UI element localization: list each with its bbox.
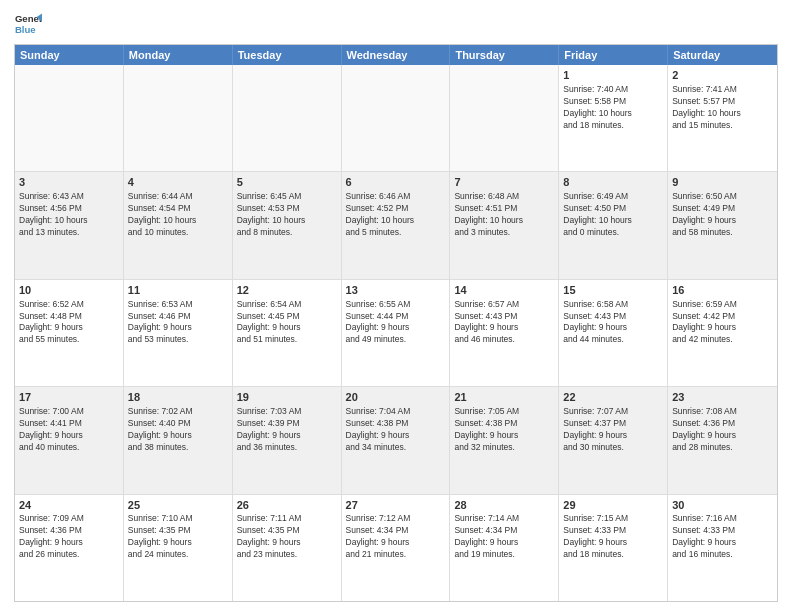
- day-number: 24: [19, 498, 119, 513]
- calendar-day-cell: 23Sunrise: 7:08 AM Sunset: 4:36 PM Dayli…: [668, 387, 777, 493]
- calendar-day-cell: 12Sunrise: 6:54 AM Sunset: 4:45 PM Dayli…: [233, 280, 342, 386]
- calendar-empty-cell: [342, 65, 451, 171]
- day-info: Sunrise: 6:54 AM Sunset: 4:45 PM Dayligh…: [237, 299, 337, 347]
- day-number: 2: [672, 68, 773, 83]
- day-info: Sunrise: 7:09 AM Sunset: 4:36 PM Dayligh…: [19, 513, 119, 561]
- day-info: Sunrise: 7:12 AM Sunset: 4:34 PM Dayligh…: [346, 513, 446, 561]
- calendar-empty-cell: [233, 65, 342, 171]
- day-info: Sunrise: 7:41 AM Sunset: 5:57 PM Dayligh…: [672, 84, 773, 132]
- day-number: 27: [346, 498, 446, 513]
- weekday-header: Tuesday: [233, 45, 342, 65]
- calendar-day-cell: 6Sunrise: 6:46 AM Sunset: 4:52 PM Daylig…: [342, 172, 451, 278]
- calendar-day-cell: 7Sunrise: 6:48 AM Sunset: 4:51 PM Daylig…: [450, 172, 559, 278]
- day-number: 5: [237, 175, 337, 190]
- calendar-day-cell: 1Sunrise: 7:40 AM Sunset: 5:58 PM Daylig…: [559, 65, 668, 171]
- day-info: Sunrise: 7:10 AM Sunset: 4:35 PM Dayligh…: [128, 513, 228, 561]
- weekday-header: Thursday: [450, 45, 559, 65]
- calendar-day-cell: 11Sunrise: 6:53 AM Sunset: 4:46 PM Dayli…: [124, 280, 233, 386]
- day-info: Sunrise: 7:16 AM Sunset: 4:33 PM Dayligh…: [672, 513, 773, 561]
- page: General Blue SundayMondayTuesdayWednesda…: [0, 0, 792, 612]
- day-info: Sunrise: 6:48 AM Sunset: 4:51 PM Dayligh…: [454, 191, 554, 239]
- svg-text:Blue: Blue: [15, 24, 36, 35]
- day-info: Sunrise: 6:43 AM Sunset: 4:56 PM Dayligh…: [19, 191, 119, 239]
- calendar-day-cell: 21Sunrise: 7:05 AM Sunset: 4:38 PM Dayli…: [450, 387, 559, 493]
- day-info: Sunrise: 6:45 AM Sunset: 4:53 PM Dayligh…: [237, 191, 337, 239]
- day-info: Sunrise: 6:52 AM Sunset: 4:48 PM Dayligh…: [19, 299, 119, 347]
- day-number: 3: [19, 175, 119, 190]
- day-info: Sunrise: 7:40 AM Sunset: 5:58 PM Dayligh…: [563, 84, 663, 132]
- calendar-day-cell: 2Sunrise: 7:41 AM Sunset: 5:57 PM Daylig…: [668, 65, 777, 171]
- day-number: 20: [346, 390, 446, 405]
- day-info: Sunrise: 7:02 AM Sunset: 4:40 PM Dayligh…: [128, 406, 228, 454]
- calendar-day-cell: 29Sunrise: 7:15 AM Sunset: 4:33 PM Dayli…: [559, 495, 668, 601]
- calendar-row: 3Sunrise: 6:43 AM Sunset: 4:56 PM Daylig…: [15, 171, 777, 278]
- day-number: 6: [346, 175, 446, 190]
- day-number: 4: [128, 175, 228, 190]
- calendar-row: 24Sunrise: 7:09 AM Sunset: 4:36 PM Dayli…: [15, 494, 777, 601]
- day-number: 11: [128, 283, 228, 298]
- calendar-empty-cell: [124, 65, 233, 171]
- day-info: Sunrise: 6:55 AM Sunset: 4:44 PM Dayligh…: [346, 299, 446, 347]
- weekday-header: Friday: [559, 45, 668, 65]
- calendar-day-cell: 19Sunrise: 7:03 AM Sunset: 4:39 PM Dayli…: [233, 387, 342, 493]
- day-info: Sunrise: 7:03 AM Sunset: 4:39 PM Dayligh…: [237, 406, 337, 454]
- weekday-header: Wednesday: [342, 45, 451, 65]
- day-number: 15: [563, 283, 663, 298]
- day-info: Sunrise: 6:59 AM Sunset: 4:42 PM Dayligh…: [672, 299, 773, 347]
- calendar-day-cell: 26Sunrise: 7:11 AM Sunset: 4:35 PM Dayli…: [233, 495, 342, 601]
- header: General Blue: [14, 10, 778, 38]
- calendar-day-cell: 8Sunrise: 6:49 AM Sunset: 4:50 PM Daylig…: [559, 172, 668, 278]
- day-number: 14: [454, 283, 554, 298]
- day-number: 22: [563, 390, 663, 405]
- day-info: Sunrise: 6:46 AM Sunset: 4:52 PM Dayligh…: [346, 191, 446, 239]
- calendar-day-cell: 28Sunrise: 7:14 AM Sunset: 4:34 PM Dayli…: [450, 495, 559, 601]
- logo-icon: General Blue: [14, 10, 42, 38]
- day-number: 28: [454, 498, 554, 513]
- day-info: Sunrise: 6:49 AM Sunset: 4:50 PM Dayligh…: [563, 191, 663, 239]
- day-number: 21: [454, 390, 554, 405]
- day-info: Sunrise: 7:07 AM Sunset: 4:37 PM Dayligh…: [563, 406, 663, 454]
- day-info: Sunrise: 7:11 AM Sunset: 4:35 PM Dayligh…: [237, 513, 337, 561]
- calendar-day-cell: 14Sunrise: 6:57 AM Sunset: 4:43 PM Dayli…: [450, 280, 559, 386]
- weekday-header: Sunday: [15, 45, 124, 65]
- day-number: 9: [672, 175, 773, 190]
- day-number: 17: [19, 390, 119, 405]
- day-number: 30: [672, 498, 773, 513]
- day-number: 1: [563, 68, 663, 83]
- logo: General Blue: [14, 10, 42, 38]
- calendar-day-cell: 15Sunrise: 6:58 AM Sunset: 4:43 PM Dayli…: [559, 280, 668, 386]
- calendar-day-cell: 3Sunrise: 6:43 AM Sunset: 4:56 PM Daylig…: [15, 172, 124, 278]
- weekday-header: Monday: [124, 45, 233, 65]
- day-info: Sunrise: 7:14 AM Sunset: 4:34 PM Dayligh…: [454, 513, 554, 561]
- day-info: Sunrise: 7:04 AM Sunset: 4:38 PM Dayligh…: [346, 406, 446, 454]
- day-info: Sunrise: 6:44 AM Sunset: 4:54 PM Dayligh…: [128, 191, 228, 239]
- day-number: 29: [563, 498, 663, 513]
- calendar-day-cell: 10Sunrise: 6:52 AM Sunset: 4:48 PM Dayli…: [15, 280, 124, 386]
- calendar-day-cell: 17Sunrise: 7:00 AM Sunset: 4:41 PM Dayli…: [15, 387, 124, 493]
- calendar-day-cell: 13Sunrise: 6:55 AM Sunset: 4:44 PM Dayli…: [342, 280, 451, 386]
- day-number: 25: [128, 498, 228, 513]
- calendar-day-cell: 30Sunrise: 7:16 AM Sunset: 4:33 PM Dayli…: [668, 495, 777, 601]
- day-info: Sunrise: 6:57 AM Sunset: 4:43 PM Dayligh…: [454, 299, 554, 347]
- day-info: Sunrise: 6:50 AM Sunset: 4:49 PM Dayligh…: [672, 191, 773, 239]
- day-info: Sunrise: 7:00 AM Sunset: 4:41 PM Dayligh…: [19, 406, 119, 454]
- calendar-row: 1Sunrise: 7:40 AM Sunset: 5:58 PM Daylig…: [15, 65, 777, 171]
- day-number: 12: [237, 283, 337, 298]
- day-info: Sunrise: 6:58 AM Sunset: 4:43 PM Dayligh…: [563, 299, 663, 347]
- day-number: 23: [672, 390, 773, 405]
- calendar-day-cell: 18Sunrise: 7:02 AM Sunset: 4:40 PM Dayli…: [124, 387, 233, 493]
- calendar-row: 17Sunrise: 7:00 AM Sunset: 4:41 PM Dayli…: [15, 386, 777, 493]
- svg-text:General: General: [15, 13, 42, 24]
- weekday-header: Saturday: [668, 45, 777, 65]
- day-info: Sunrise: 6:53 AM Sunset: 4:46 PM Dayligh…: [128, 299, 228, 347]
- day-number: 18: [128, 390, 228, 405]
- day-number: 16: [672, 283, 773, 298]
- day-number: 7: [454, 175, 554, 190]
- calendar-day-cell: 5Sunrise: 6:45 AM Sunset: 4:53 PM Daylig…: [233, 172, 342, 278]
- calendar-header: SundayMondayTuesdayWednesdayThursdayFrid…: [15, 45, 777, 65]
- day-number: 26: [237, 498, 337, 513]
- day-info: Sunrise: 7:15 AM Sunset: 4:33 PM Dayligh…: [563, 513, 663, 561]
- calendar-empty-cell: [450, 65, 559, 171]
- calendar-row: 10Sunrise: 6:52 AM Sunset: 4:48 PM Dayli…: [15, 279, 777, 386]
- day-number: 13: [346, 283, 446, 298]
